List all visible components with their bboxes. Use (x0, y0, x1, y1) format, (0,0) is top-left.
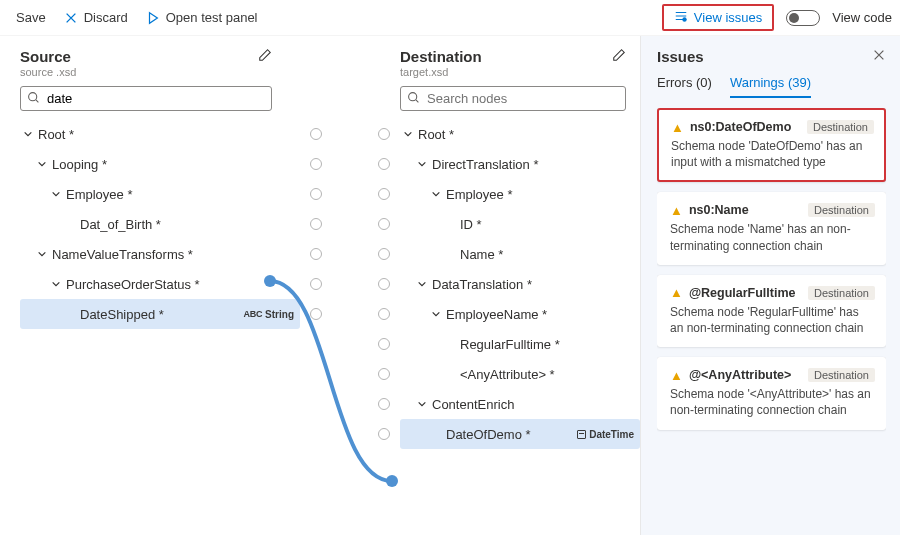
tree-node[interactable]: DirectTranslation * (400, 149, 640, 179)
connector-port[interactable] (378, 308, 390, 320)
connector-port[interactable] (378, 158, 390, 170)
destination-tree: Root *DirectTranslation *Employee *ID *N… (400, 119, 640, 449)
tab-warnings[interactable]: Warnings (39) (730, 75, 811, 98)
connector-port[interactable] (378, 188, 390, 200)
issue-badge: Destination (808, 368, 875, 382)
source-title: Source (20, 48, 71, 65)
chevron-down-icon[interactable] (416, 279, 428, 289)
node-label: RegularFulltime * (460, 337, 560, 352)
tree-node[interactable]: DateOfDemo *DateTime (400, 419, 640, 449)
source-tree: Root *Looping *Employee *Dat_of_Birth *N… (20, 119, 300, 329)
tree-node[interactable]: DataTranslation * (400, 269, 640, 299)
toolbar: Save Discard Open test panel View issues… (0, 0, 900, 36)
connector-port[interactable] (378, 428, 390, 440)
chevron-down-icon[interactable] (22, 129, 34, 139)
destination-edit-button[interactable] (612, 48, 626, 65)
save-button[interactable]: Save (14, 6, 48, 29)
issue-message: Schema node 'DateOfDemo' has an input wi… (671, 138, 874, 170)
issue-card-head: ▲ns0:NameDestination (670, 203, 875, 217)
view-issues-button[interactable]: View issues (662, 4, 774, 31)
issues-tabs: Errors (0) Warnings (39) (657, 75, 886, 98)
node-label: Dat_of_Birth * (80, 217, 161, 232)
issues-head: Issues (657, 48, 886, 65)
tree-node[interactable]: NameValueTransforms * (20, 239, 300, 269)
connector-port[interactable] (378, 128, 390, 140)
issue-card[interactable]: ▲ns0:NameDestinationSchema node 'Name' h… (657, 192, 886, 264)
issue-message: Schema node '<AnyAttribute>' has an non-… (670, 386, 875, 418)
node-label: ContentEnrich (432, 397, 514, 412)
svg-point-4 (409, 92, 417, 100)
tree-node[interactable]: <AnyAttribute> * (400, 359, 640, 389)
connector-port[interactable] (378, 398, 390, 410)
node-label: DateOfDemo * (446, 427, 531, 442)
issue-badge: Destination (808, 286, 875, 300)
issue-card[interactable]: ▲@<AnyAttribute>DestinationSchema node '… (657, 357, 886, 429)
save-label: Save (16, 10, 46, 25)
tree-node[interactable]: ContentEnrich (400, 389, 640, 419)
discard-icon (64, 11, 78, 25)
tree-node[interactable]: Employee * (400, 179, 640, 209)
node-label: Root * (418, 127, 454, 142)
warning-icon: ▲ (670, 286, 683, 299)
issue-card[interactable]: ▲ns0:DateOfDemoDestinationSchema node 'D… (657, 108, 886, 182)
destination-subtitle: target.xsd (400, 66, 640, 78)
tree-node[interactable]: Root * (20, 119, 300, 149)
chevron-down-icon[interactable] (402, 129, 414, 139)
tree-node[interactable]: DateShipped *ABCString (20, 299, 300, 329)
node-label: ID * (460, 217, 482, 232)
tree-node[interactable]: ID * (400, 209, 640, 239)
discard-label: Discard (84, 10, 128, 25)
node-label: Employee * (66, 187, 132, 202)
tab-errors[interactable]: Errors (0) (657, 75, 712, 98)
node-label: Employee * (446, 187, 512, 202)
tree-node[interactable]: PurchaseOrderStatus * (20, 269, 300, 299)
source-edit-button[interactable] (258, 48, 272, 65)
chevron-down-icon[interactable] (50, 189, 62, 199)
tree-node[interactable]: EmployeeName * (400, 299, 640, 329)
destination-search[interactable] (400, 86, 626, 111)
chevron-down-icon[interactable] (430, 189, 442, 199)
issue-card[interactable]: ▲@RegularFulltimeDestinationSchema node … (657, 275, 886, 347)
chevron-down-icon[interactable] (416, 399, 428, 409)
issues-list: ▲ns0:DateOfDemoDestinationSchema node 'D… (657, 108, 886, 434)
connector-port[interactable] (378, 368, 390, 380)
issue-badge: Destination (808, 203, 875, 217)
chevron-down-icon[interactable] (36, 249, 48, 259)
tree-node[interactable]: RegularFulltime * (400, 329, 640, 359)
issue-name: ns0:DateOfDemo (690, 120, 791, 134)
tree-node[interactable]: Dat_of_Birth * (20, 209, 300, 239)
svg-point-2 (682, 17, 686, 21)
view-code-toggle[interactable] (786, 10, 820, 26)
tree-node[interactable]: Name * (400, 239, 640, 269)
connector-port[interactable] (378, 278, 390, 290)
chevron-down-icon[interactable] (430, 309, 442, 319)
source-search-input[interactable] (45, 90, 265, 107)
chevron-down-icon[interactable] (50, 279, 62, 289)
connector-port[interactable] (378, 248, 390, 260)
issues-icon (674, 9, 688, 26)
search-icon (27, 91, 40, 107)
open-test-panel-button[interactable]: Open test panel (144, 6, 260, 29)
svg-point-3 (29, 92, 37, 100)
warning-icon: ▲ (670, 204, 683, 217)
tree-node[interactable]: Employee * (20, 179, 300, 209)
node-label: Looping * (52, 157, 107, 172)
node-label: NameValueTransforms * (52, 247, 193, 262)
issues-close-button[interactable] (872, 48, 886, 65)
tree-node[interactable]: Looping * (20, 149, 300, 179)
connector-port[interactable] (378, 218, 390, 230)
warning-icon: ▲ (670, 369, 683, 382)
connector-port[interactable] (378, 338, 390, 350)
type-badge: DateTime (577, 429, 634, 440)
chevron-down-icon[interactable] (36, 159, 48, 169)
tree-node[interactable]: Root * (400, 119, 640, 149)
issue-message: Schema node 'RegularFulltime' has an non… (670, 304, 875, 336)
view-issues-label: View issues (694, 10, 762, 25)
chevron-down-icon[interactable] (416, 159, 428, 169)
discard-button[interactable]: Discard (62, 6, 130, 29)
issue-card-head: ▲ns0:DateOfDemoDestination (671, 120, 874, 134)
issue-name: @RegularFulltime (689, 286, 796, 300)
source-search[interactable] (20, 86, 272, 111)
destination-search-input[interactable] (425, 90, 619, 107)
warning-icon: ▲ (671, 121, 684, 134)
